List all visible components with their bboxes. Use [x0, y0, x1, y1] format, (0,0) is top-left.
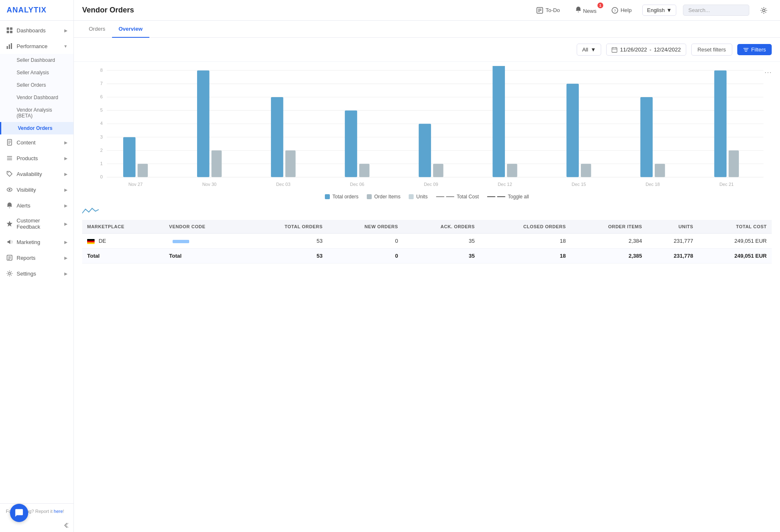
sidebar-item-marketing[interactable]: Marketing ▶	[0, 234, 73, 250]
svg-rect-0	[7, 27, 9, 30]
legend-toggle-all[interactable]: Toggle all	[487, 194, 529, 200]
chevron-right-icon-vis: ▶	[64, 188, 68, 192]
sidebar-item-dashboards[interactable]: Dashboards ▶	[0, 22, 73, 38]
file-icon	[6, 139, 13, 146]
settings-nav-button[interactable]	[756, 5, 772, 16]
news-button[interactable]: 1 News	[571, 4, 601, 16]
legend-line-total-cost-2	[446, 196, 454, 197]
main-area: Vendor Orders To-Do 1 News ? Help Englis…	[74, 0, 780, 532]
svg-text:8: 8	[100, 68, 102, 73]
filters-button-label: Filters	[751, 46, 766, 53]
todo-label: To-Do	[546, 7, 560, 13]
svg-rect-70	[212, 151, 222, 177]
svg-rect-4	[7, 46, 8, 49]
logo: ANALYTIX	[0, 0, 73, 21]
svg-text:Dec 15: Dec 15	[572, 182, 586, 187]
col-header-units: UNITS	[647, 220, 698, 234]
sidebar-sub-vendor-orders[interactable]: Vendor Orders	[0, 122, 73, 134]
table-header-row: MARKETPLACE VENDOR CODE TOTAL ORDERS NEW…	[82, 220, 772, 234]
table-row: DE 53 0 35 18 2,384 231,777 249,051 EUR	[82, 234, 772, 249]
chart-legend: Total orders Order Items Units Total Cos…	[82, 190, 772, 203]
svg-rect-71	[271, 97, 283, 177]
sidebar-item-settings[interactable]: Settings ▶	[0, 266, 73, 281]
svg-rect-82	[655, 164, 665, 177]
legend-label-units: Units	[416, 194, 427, 200]
sidebar-item-visibility[interactable]: Visibility ▶	[0, 182, 73, 198]
svg-rect-6	[11, 43, 12, 49]
topnav: Vendor Orders To-Do 1 News ? Help Englis…	[74, 0, 780, 21]
lang-chevron-icon: ▼	[666, 7, 672, 13]
cell-total-orders: 53	[244, 234, 328, 249]
svg-text:Nov 27: Nov 27	[128, 182, 142, 187]
legend-total-orders: Total orders	[325, 194, 358, 200]
svg-text:?: ?	[614, 9, 616, 13]
de-flag	[87, 239, 95, 244]
sidebar-item-alerts[interactable]: Alerts ▶	[0, 198, 73, 213]
reset-filters-button[interactable]: Reset filters	[691, 44, 732, 56]
cell-total-total-orders: 53	[244, 249, 328, 264]
help-button[interactable]: ? Help	[607, 5, 636, 16]
filters-button[interactable]: Filters	[737, 44, 772, 55]
sidebar-item-availability[interactable]: Availability ▶	[0, 166, 73, 182]
language-label: English	[647, 7, 665, 13]
legend-line-toggle	[487, 196, 495, 197]
svg-rect-77	[492, 66, 505, 177]
legend-color-order-items	[367, 194, 372, 199]
chevron-right-icon-mkt: ▶	[64, 240, 68, 244]
svg-rect-69	[197, 71, 210, 177]
tab-orders[interactable]: Orders	[82, 21, 112, 38]
svg-text:5: 5	[100, 107, 102, 112]
sidebar-item-products[interactable]: Products ▶	[0, 150, 73, 166]
todo-button[interactable]: To-Do	[532, 5, 564, 16]
sidebar: ANALYTIX Dashboards ▶ Performance ▼ Sel	[0, 0, 74, 532]
col-header-order-items: ORDER ITEMS	[571, 220, 647, 234]
svg-rect-67	[123, 137, 136, 177]
cell-total-ack-orders: 35	[403, 249, 480, 264]
sidebar-sub-seller-analysis[interactable]: Seller Analysis	[0, 66, 73, 79]
sidebar-item-customer-feedback[interactable]: Customer Feedback ▶	[0, 213, 73, 234]
svg-rect-76	[433, 164, 444, 177]
sidebar-item-reports[interactable]: Reports ▶	[0, 250, 73, 266]
news-badge: 1	[597, 2, 603, 8]
sidebar-item-content[interactable]: Content ▶	[0, 134, 73, 150]
svg-text:Dec 09: Dec 09	[424, 182, 438, 187]
date-range-picker[interactable]: 11/26/2022 - 12/24/2022	[606, 44, 686, 56]
chat-bubble-button[interactable]	[10, 504, 28, 522]
sidebar-item-label-content: Content	[17, 139, 36, 146]
filter-bar: All ▼ 11/26/2022 - 12/24/2022 Reset filt…	[74, 38, 780, 62]
sidebar-collapse-button[interactable]	[0, 519, 73, 532]
sidebar-item-label-products: Products	[17, 155, 38, 161]
chart-container: 0 1 2 3 4 5 6 7 8 Nov 27 Nov 30 Dec 03 D…	[82, 66, 772, 190]
data-table-section: MARKETPLACE VENDOR CODE TOTAL ORDERS NEW…	[74, 203, 780, 272]
filter-chevron-icon: ▼	[591, 46, 596, 53]
sidebar-item-performance[interactable]: Performance ▼	[0, 38, 73, 54]
help-label: Help	[621, 7, 632, 13]
orders-table: MARKETPLACE VENDOR CODE TOTAL ORDERS NEW…	[82, 220, 772, 264]
legend-order-items: Order Items	[367, 194, 400, 200]
svg-point-16	[9, 189, 10, 190]
svg-text:6: 6	[100, 94, 102, 99]
date-to: 12/24/2022	[654, 46, 681, 53]
svg-text:7: 7	[100, 81, 102, 86]
chevron-right-icon-avail: ▶	[64, 172, 68, 176]
cell-units: 231,777	[647, 234, 698, 249]
sidebar-sub-vendor-dashboard[interactable]: Vendor Dashboard	[0, 91, 73, 104]
svg-text:Dec 21: Dec 21	[719, 182, 734, 187]
sidebar-sub-seller-orders[interactable]: Seller Orders	[0, 79, 73, 91]
sidebar-item-label-visibility: Visibility	[17, 187, 36, 193]
language-selector[interactable]: English ▼	[642, 5, 676, 16]
page-title: Vendor Orders	[82, 6, 134, 15]
svg-marker-17	[7, 221, 12, 227]
search-input[interactable]: Search...	[683, 5, 749, 16]
here-link[interactable]: here	[54, 509, 63, 514]
bar-chart-svg: 0 1 2 3 4 5 6 7 8 Nov 27 Nov 30 Dec 03 D…	[82, 66, 772, 190]
sidebar-sub-seller-dashboard[interactable]: Seller Dashboard	[0, 54, 73, 66]
chevron-right-icon-alerts: ▶	[64, 203, 68, 208]
chevron-right-icon-cf: ▶	[64, 222, 68, 226]
all-filter-select[interactable]: All ▼	[577, 44, 601, 56]
cell-marketplace-label: DE	[99, 238, 106, 244]
news-label: News	[583, 8, 597, 14]
tab-overview[interactable]: Overview	[112, 21, 149, 38]
chevron-right-icon-set: ▶	[64, 271, 68, 276]
sidebar-sub-vendor-analysis[interactable]: Vendor Analysis (BETA)	[0, 104, 73, 122]
